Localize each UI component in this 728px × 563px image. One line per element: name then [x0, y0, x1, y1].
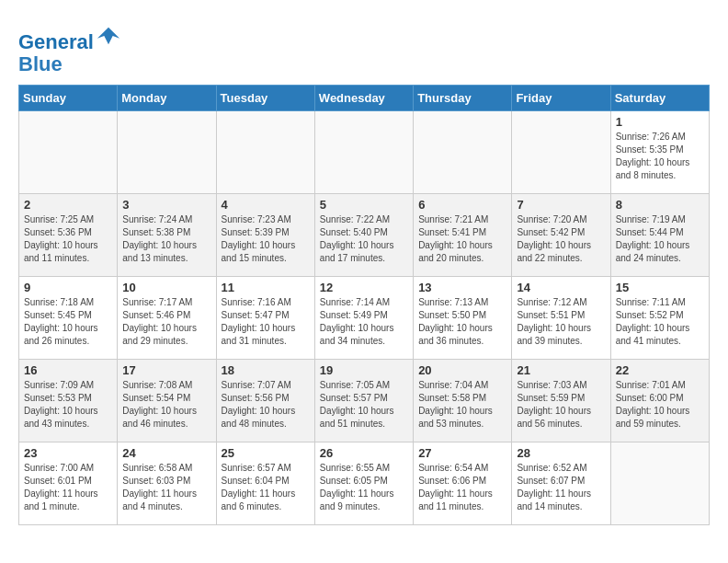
calendar-cell: 12Sunrise: 7:14 AM Sunset: 5:49 PM Dayli… — [314, 277, 413, 360]
calendar-cell: 23Sunrise: 7:00 AM Sunset: 6:01 PM Dayli… — [19, 442, 118, 525]
day-number: 4 — [222, 198, 310, 212]
day-info: Sunrise: 6:52 AM Sunset: 6:07 PM Dayligh… — [517, 462, 605, 513]
calendar-cell — [19, 111, 118, 194]
calendar-cell — [414, 111, 512, 194]
calendar-cell: 2Sunrise: 7:25 AM Sunset: 5:36 PM Daylig… — [19, 194, 118, 277]
weekday-header-row: SundayMondayTuesdayWednesdayThursdayFrid… — [19, 86, 710, 111]
day-number: 24 — [122, 446, 210, 460]
calendar-cell: 7Sunrise: 7:20 AM Sunset: 5:42 PM Daylig… — [512, 194, 610, 277]
calendar-cell: 18Sunrise: 7:07 AM Sunset: 5:56 PM Dayli… — [216, 360, 314, 442]
day-info: Sunrise: 6:55 AM Sunset: 6:05 PM Dayligh… — [320, 462, 408, 513]
calendar-cell: 19Sunrise: 7:05 AM Sunset: 5:57 PM Dayli… — [314, 360, 413, 442]
day-info: Sunrise: 7:07 AM Sunset: 5:56 PM Dayligh… — [222, 379, 310, 431]
day-number: 17 — [122, 363, 210, 377]
day-number: 20 — [418, 363, 506, 377]
calendar-week-row: 2Sunrise: 7:25 AM Sunset: 5:36 PM Daylig… — [19, 194, 710, 277]
calendar-cell: 13Sunrise: 7:13 AM Sunset: 5:50 PM Dayli… — [414, 277, 512, 360]
day-info: Sunrise: 7:23 AM Sunset: 5:39 PM Dayligh… — [222, 213, 310, 265]
calendar-cell — [512, 111, 610, 194]
day-number: 3 — [122, 198, 210, 212]
day-info: Sunrise: 7:19 AM Sunset: 5:44 PM Dayligh… — [616, 213, 704, 265]
day-number: 18 — [222, 363, 310, 377]
day-info: Sunrise: 7:25 AM Sunset: 5:36 PM Dayligh… — [24, 213, 112, 265]
day-info: Sunrise: 7:08 AM Sunset: 5:54 PM Dayligh… — [122, 379, 210, 431]
day-info: Sunrise: 7:11 AM Sunset: 5:52 PM Dayligh… — [616, 296, 704, 348]
day-number: 12 — [320, 281, 408, 294]
day-info: Sunrise: 7:26 AM Sunset: 5:35 PM Dayligh… — [616, 131, 704, 182]
day-number: 15 — [616, 281, 704, 294]
day-info: Sunrise: 7:04 AM Sunset: 5:58 PM Dayligh… — [418, 379, 506, 431]
day-info: Sunrise: 7:20 AM Sunset: 5:42 PM Dayligh… — [517, 213, 605, 265]
day-info: Sunrise: 7:14 AM Sunset: 5:49 PM Dayligh… — [320, 296, 408, 348]
day-number: 25 — [222, 446, 310, 460]
calendar-week-row: 9Sunrise: 7:18 AM Sunset: 5:45 PM Daylig… — [19, 277, 710, 360]
calendar-cell: 26Sunrise: 6:55 AM Sunset: 6:05 PM Dayli… — [314, 442, 413, 525]
calendar-cell: 1Sunrise: 7:26 AM Sunset: 5:35 PM Daylig… — [610, 111, 709, 194]
logo-general: General — [18, 30, 94, 53]
day-info: Sunrise: 7:16 AM Sunset: 5:47 PM Dayligh… — [222, 296, 310, 348]
logo-blue: Blue — [18, 52, 63, 75]
calendar-cell: 16Sunrise: 7:09 AM Sunset: 5:53 PM Dayli… — [19, 360, 118, 442]
day-info: Sunrise: 7:00 AM Sunset: 6:01 PM Dayligh… — [24, 462, 112, 513]
calendar-table: SundayMondayTuesdayWednesdayThursdayFrid… — [18, 85, 710, 525]
calendar-cell: 9Sunrise: 7:18 AM Sunset: 5:45 PM Daylig… — [19, 277, 118, 360]
day-number: 23 — [24, 446, 112, 460]
svg-marker-0 — [97, 28, 119, 45]
day-info: Sunrise: 7:03 AM Sunset: 5:59 PM Dayligh… — [517, 379, 605, 431]
day-number: 27 — [418, 446, 506, 460]
day-number: 9 — [24, 281, 112, 294]
logo: General Blue — [18, 23, 121, 75]
day-number: 5 — [320, 198, 408, 212]
day-number: 1 — [616, 115, 704, 129]
day-info: Sunrise: 7:17 AM Sunset: 5:46 PM Dayligh… — [122, 296, 210, 348]
day-info: Sunrise: 6:54 AM Sunset: 6:06 PM Dayligh… — [418, 462, 506, 513]
page-header: General Blue — [18, 18, 710, 75]
calendar-cell — [314, 111, 413, 194]
calendar-cell: 10Sunrise: 7:17 AM Sunset: 5:46 PM Dayli… — [118, 277, 216, 360]
calendar-cell: 20Sunrise: 7:04 AM Sunset: 5:58 PM Dayli… — [414, 360, 512, 442]
weekday-header: Sunday — [19, 86, 118, 111]
day-info: Sunrise: 7:21 AM Sunset: 5:41 PM Dayligh… — [418, 213, 506, 265]
weekday-header: Thursday — [414, 86, 512, 111]
day-number: 10 — [122, 281, 210, 294]
calendar-cell — [216, 111, 314, 194]
day-number: 11 — [222, 281, 310, 294]
day-number: 6 — [418, 198, 506, 212]
day-info: Sunrise: 7:18 AM Sunset: 5:45 PM Dayligh… — [24, 296, 112, 348]
calendar-cell: 3Sunrise: 7:24 AM Sunset: 5:38 PM Daylig… — [118, 194, 216, 277]
weekday-header: Friday — [512, 86, 610, 111]
calendar-cell: 8Sunrise: 7:19 AM Sunset: 5:44 PM Daylig… — [610, 194, 709, 277]
day-number: 22 — [616, 363, 704, 377]
calendar-cell: 14Sunrise: 7:12 AM Sunset: 5:51 PM Dayli… — [512, 277, 610, 360]
calendar-cell: 4Sunrise: 7:23 AM Sunset: 5:39 PM Daylig… — [216, 194, 314, 277]
calendar-cell: 21Sunrise: 7:03 AM Sunset: 5:59 PM Dayli… — [512, 360, 610, 442]
calendar-week-row: 23Sunrise: 7:00 AM Sunset: 6:01 PM Dayli… — [19, 442, 710, 525]
calendar-cell: 5Sunrise: 7:22 AM Sunset: 5:40 PM Daylig… — [314, 194, 413, 277]
day-info: Sunrise: 7:09 AM Sunset: 5:53 PM Dayligh… — [24, 379, 112, 431]
calendar-cell: 6Sunrise: 7:21 AM Sunset: 5:41 PM Daylig… — [414, 194, 512, 277]
day-number: 13 — [418, 281, 506, 294]
calendar-cell: 28Sunrise: 6:52 AM Sunset: 6:07 PM Dayli… — [512, 442, 610, 525]
logo-bird-icon — [96, 23, 121, 49]
day-number: 26 — [320, 446, 408, 460]
day-info: Sunrise: 7:01 AM Sunset: 6:00 PM Dayligh… — [616, 379, 704, 431]
day-info: Sunrise: 6:57 AM Sunset: 6:04 PM Dayligh… — [222, 462, 310, 513]
calendar-cell: 24Sunrise: 6:58 AM Sunset: 6:03 PM Dayli… — [118, 442, 216, 525]
day-number: 16 — [24, 363, 112, 377]
weekday-header: Monday — [118, 86, 216, 111]
day-number: 19 — [320, 363, 408, 377]
calendar-cell: 15Sunrise: 7:11 AM Sunset: 5:52 PM Dayli… — [610, 277, 709, 360]
day-number: 21 — [517, 363, 605, 377]
day-number: 8 — [616, 198, 704, 212]
calendar-week-row: 16Sunrise: 7:09 AM Sunset: 5:53 PM Dayli… — [19, 360, 710, 442]
day-info: Sunrise: 7:12 AM Sunset: 5:51 PM Dayligh… — [517, 296, 605, 348]
calendar-cell: 27Sunrise: 6:54 AM Sunset: 6:06 PM Dayli… — [414, 442, 512, 525]
day-info: Sunrise: 7:05 AM Sunset: 5:57 PM Dayligh… — [320, 379, 408, 431]
calendar-cell — [610, 442, 709, 525]
day-number: 7 — [517, 198, 605, 212]
day-number: 2 — [24, 198, 112, 212]
day-info: Sunrise: 7:24 AM Sunset: 5:38 PM Dayligh… — [122, 213, 210, 265]
calendar-cell: 25Sunrise: 6:57 AM Sunset: 6:04 PM Dayli… — [216, 442, 314, 525]
calendar-cell: 17Sunrise: 7:08 AM Sunset: 5:54 PM Dayli… — [118, 360, 216, 442]
calendar-cell: 22Sunrise: 7:01 AM Sunset: 6:00 PM Dayli… — [610, 360, 709, 442]
